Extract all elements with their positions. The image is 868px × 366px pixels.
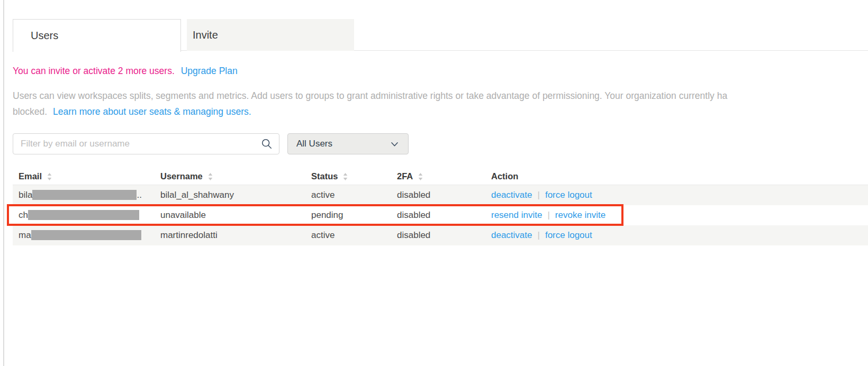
action-separator: | [538, 190, 540, 200]
force-logout-link[interactable]: force logout [545, 230, 592, 240]
force-logout-link[interactable]: force logout [545, 190, 592, 200]
filter-input[interactable] [13, 133, 279, 154]
redaction-bar [32, 190, 137, 200]
username-cell: bilal_al_shahwany [160, 190, 311, 200]
column-header-email-label: Email [19, 171, 42, 181]
sort-icon [342, 172, 348, 181]
action-separator: | [547, 210, 549, 220]
description-line-2-text: blocked. [13, 106, 47, 117]
column-header-2fa[interactable]: 2FA [397, 171, 491, 181]
email-prefix: ma [19, 230, 31, 240]
status-cell: pending [311, 210, 397, 221]
table-row: bila.. bilal_al_shahwany active disabled… [13, 185, 868, 205]
column-header-2fa-label: 2FA [397, 171, 413, 181]
twofa-cell: disabled [397, 230, 491, 241]
status-cell: active [311, 230, 397, 241]
action-cell: resend invite|revoke invite [491, 210, 868, 221]
twofa-cell: disabled [397, 210, 491, 221]
chevron-down-icon [390, 139, 400, 149]
column-header-action: Action [491, 171, 868, 181]
table-row: ma martinredolatti active disabled deact… [13, 225, 868, 245]
action-cell: deactivate|force logout [491, 230, 868, 241]
email-cell: bila.. [13, 190, 160, 200]
description-line-2: blocked. Learn more about user seats & m… [13, 106, 868, 117]
seats-notice: You can invite or activate 2 more users.… [13, 66, 238, 77]
user-filter-dropdown[interactable]: All Users [287, 133, 409, 154]
upgrade-plan-link[interactable]: Upgrade Plan [181, 66, 238, 76]
tab-invite[interactable]: Invite [187, 19, 354, 51]
user-filter-dropdown-value: All Users [296, 139, 332, 149]
table-header-row: Email Username Status 2FA Action [13, 168, 868, 185]
redaction-bar [28, 210, 139, 220]
username-cell: martinredolatti [160, 230, 311, 241]
sort-icon [418, 172, 423, 181]
deactivate-link[interactable]: deactivate [491, 230, 532, 240]
redaction-bar [31, 230, 141, 240]
column-header-username-label: Username [160, 171, 203, 181]
table-row-highlighted: ch unavailable pending disabled resend i… [13, 205, 868, 225]
status-cell: active [311, 190, 397, 200]
revoke-invite-link[interactable]: revoke invite [555, 210, 605, 220]
email-prefix: ch [19, 210, 28, 220]
seats-notice-message: You can invite or activate 2 more users. [13, 66, 175, 76]
twofa-cell: disabled [397, 190, 491, 200]
users-table: Email Username Status 2FA Action bila.. [13, 168, 868, 245]
filter-search [13, 133, 279, 154]
email-cell: ma [13, 230, 160, 241]
tab-users-label: Users [31, 30, 58, 42]
action-separator: | [538, 230, 540, 240]
email-ellipsis: .. [137, 190, 141, 200]
left-panel-divider [3, 0, 4, 366]
column-header-status-label: Status [311, 171, 338, 181]
email-cell: ch [13, 210, 160, 221]
user-management-page: Users Invite You can invite or activate … [0, 0, 868, 366]
email-prefix: bila [19, 190, 32, 200]
resend-invite-link[interactable]: resend invite [491, 210, 542, 220]
username-cell: unavailable [160, 210, 311, 221]
tab-bar: Users Invite [13, 19, 868, 51]
column-header-email[interactable]: Email [13, 171, 160, 181]
search-icon[interactable] [261, 138, 273, 150]
deactivate-link[interactable]: deactivate [491, 190, 532, 200]
column-header-status[interactable]: Status [311, 171, 397, 181]
sort-icon [47, 172, 52, 181]
column-header-username[interactable]: Username [160, 171, 311, 181]
column-header-action-label: Action [491, 171, 518, 181]
tab-users[interactable]: Users [13, 19, 181, 52]
action-cell: deactivate|force logout [491, 190, 868, 200]
sort-icon [207, 172, 213, 181]
description-line-1: Users can view workspaces splits, segmen… [13, 90, 868, 102]
tab-invite-label: Invite [193, 29, 218, 41]
learn-more-link[interactable]: Learn more about user seats & managing u… [53, 106, 251, 117]
